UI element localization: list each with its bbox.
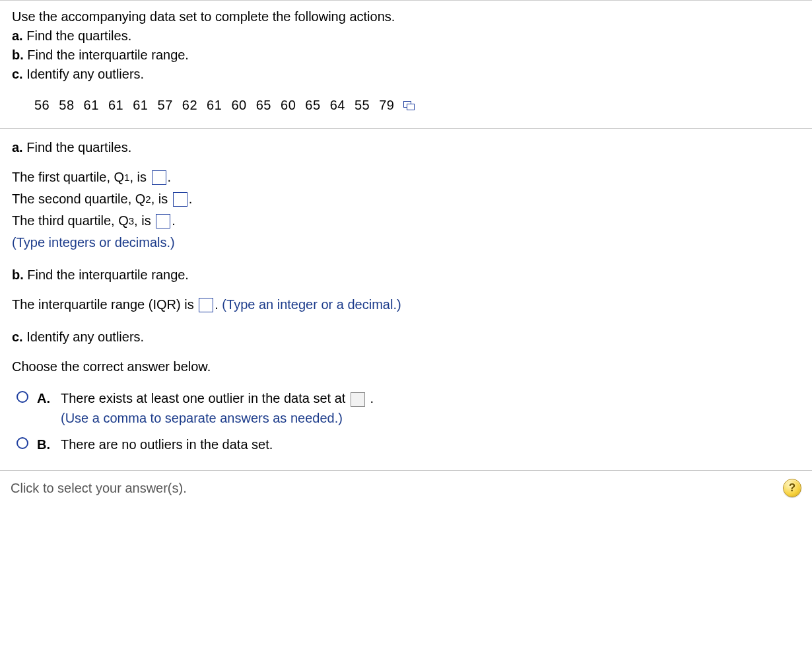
iqr-input[interactable] xyxy=(199,298,213,312)
copy-data-icon[interactable] xyxy=(403,101,415,110)
option-a-row: A. There exists at least one outlier in … xyxy=(13,388,800,428)
intro-line: Use the accompanying data set to complet… xyxy=(12,7,800,26)
data-values: 56 58 61 61 61 57 62 61 60 65 60 65 64 5… xyxy=(34,96,394,115)
q3-line: The third quartile, Q3, is . xyxy=(12,211,800,230)
help-icon: ? xyxy=(789,481,795,495)
intro-b: b. Find the interquartile range. xyxy=(12,46,800,65)
q3-input[interactable] xyxy=(156,214,170,228)
help-button[interactable]: ? xyxy=(783,479,801,497)
option-a-text: There exists at least one outlier in the… xyxy=(61,388,374,428)
footer-prompt: Click to select your answer(s). xyxy=(11,481,187,496)
q2-input[interactable] xyxy=(173,192,187,207)
part-a-hint: (Type integers or decimals.) xyxy=(12,233,800,252)
q2-line: The second quartile, Q2, is . xyxy=(12,190,800,209)
question-body: a. Find the quartiles. The first quartil… xyxy=(0,129,812,470)
option-a-radio[interactable] xyxy=(17,391,28,403)
option-b-row: B. There are no outliers in the data set… xyxy=(13,435,800,454)
intro-a: a. Find the quartiles. xyxy=(12,26,800,46)
outlier-input[interactable] xyxy=(351,392,365,407)
part-c-header: c. Identify any outliers. xyxy=(12,328,800,347)
q1-input[interactable] xyxy=(152,170,166,185)
option-b-label: B. xyxy=(37,435,50,454)
footer: Click to select your answer(s). ? xyxy=(0,470,812,505)
q1-line: The first quartile, Q1, is . xyxy=(12,168,800,187)
option-a-label: A. xyxy=(37,389,50,408)
option-b-radio[interactable] xyxy=(17,437,28,449)
option-b-text: There are no outliers in the data set. xyxy=(61,435,273,454)
intro-c: c. Identify any outliers. xyxy=(12,65,800,84)
data-set-row: 56 58 61 61 61 57 62 61 60 65 60 65 64 5… xyxy=(12,96,800,115)
part-b-header: b. Find the interquartile range. xyxy=(12,265,800,285)
part-a-header: a. Find the quartiles. xyxy=(12,138,800,157)
choose-text: Choose the correct answer below. xyxy=(12,357,800,376)
iqr-line: The interquartile range (IQR) is . (Type… xyxy=(12,295,800,314)
question-intro: Use the accompanying data set to complet… xyxy=(0,1,812,124)
